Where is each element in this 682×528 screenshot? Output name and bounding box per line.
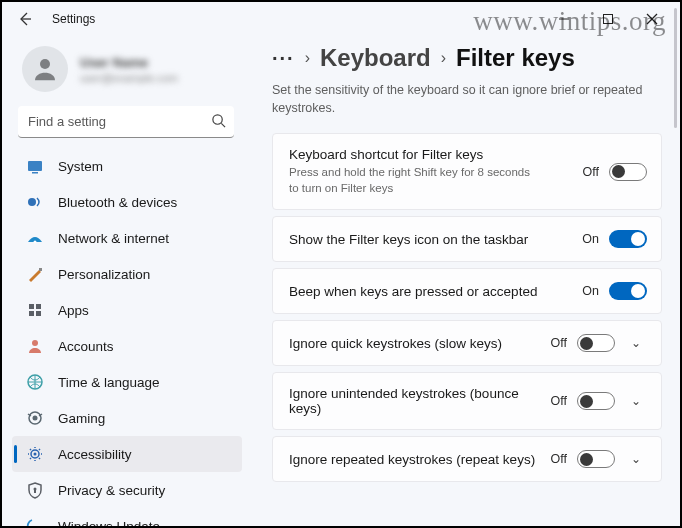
svg-point-21	[34, 453, 37, 456]
user-name: User Name	[80, 55, 178, 70]
toggle-switch[interactable]	[577, 450, 615, 468]
toggle-switch[interactable]	[577, 334, 615, 352]
sidebar-item-accounts[interactable]: Accounts	[12, 328, 242, 364]
sidebar-item-label: Accounts	[58, 339, 114, 354]
close-button[interactable]	[630, 4, 674, 34]
card-right: Off⌄	[551, 334, 647, 352]
toggle-state-label: Off	[551, 336, 567, 350]
svg-rect-12	[29, 304, 34, 309]
nav-icon	[26, 157, 44, 175]
nav-icon	[26, 265, 44, 283]
toggle-state-label: Off	[551, 394, 567, 408]
nav-icon	[26, 409, 44, 427]
chevron-down-icon[interactable]: ⌄	[625, 452, 647, 466]
minimize-button[interactable]	[542, 4, 586, 34]
card-text: Show the Filter keys icon on the taskbar	[289, 232, 572, 247]
sidebar-item-apps[interactable]: Apps	[12, 292, 242, 328]
svg-point-16	[32, 340, 38, 346]
window-title: Settings	[52, 12, 95, 26]
sidebar-item-accessibility[interactable]: Accessibility	[12, 436, 242, 472]
chevron-right-icon: ›	[441, 49, 446, 67]
toggle-switch[interactable]	[609, 282, 647, 300]
sidebar-item-label: Personalization	[58, 267, 150, 282]
sidebar-item-bluetooth-devices[interactable]: Bluetooth & devices	[12, 184, 242, 220]
sidebar-item-label: Privacy & security	[58, 483, 165, 498]
card-text: Ignore unintended keystrokes (bounce key…	[289, 386, 541, 416]
setting-card: Show the Filter keys icon on the taskbar…	[272, 216, 662, 262]
user-email: user@example.com	[80, 72, 178, 84]
setting-card[interactable]: Ignore unintended keystrokes (bounce key…	[272, 372, 662, 430]
svg-point-10	[34, 241, 37, 244]
sidebar-item-label: Network & internet	[58, 231, 169, 246]
toggle-switch[interactable]	[609, 163, 647, 181]
window-controls	[542, 4, 674, 34]
card-text: Beep when keys are pressed or accepted	[289, 284, 572, 299]
avatar	[22, 46, 68, 92]
setting-title: Ignore repeated keystrokes (repeat keys)	[289, 452, 541, 467]
toggle-state-label: On	[582, 284, 599, 298]
search-input[interactable]	[18, 106, 234, 138]
back-button[interactable]	[12, 6, 38, 32]
nav-icon	[26, 481, 44, 499]
chevron-right-icon: ›	[305, 49, 310, 67]
card-right: On	[582, 282, 647, 300]
svg-point-9	[28, 198, 36, 206]
user-profile[interactable]: User Name user@example.com	[12, 40, 244, 104]
setting-title: Beep when keys are pressed or accepted	[289, 284, 572, 299]
nav-icon	[26, 373, 44, 391]
svg-point-5	[213, 115, 222, 124]
sidebar-item-gaming[interactable]: Gaming	[12, 400, 242, 436]
setting-card: Beep when keys are pressed or acceptedOn	[272, 268, 662, 314]
card-text: Ignore repeated keystrokes (repeat keys)	[289, 452, 541, 467]
svg-rect-1	[604, 15, 613, 24]
nav-icon	[26, 337, 44, 355]
minimize-icon	[558, 13, 570, 25]
sidebar-item-time-language[interactable]: Time & language	[12, 364, 242, 400]
chevron-down-icon[interactable]: ⌄	[625, 394, 647, 408]
toggle-state-label: On	[582, 232, 599, 246]
toggle-switch[interactable]	[577, 392, 615, 410]
svg-rect-13	[36, 304, 41, 309]
sidebar-item-personalization[interactable]: Personalization	[12, 256, 242, 292]
maximize-icon	[602, 13, 614, 25]
toggle-switch[interactable]	[609, 230, 647, 248]
nav-icon	[26, 193, 44, 211]
card-text: Keyboard shortcut for Filter keysPress a…	[289, 147, 573, 196]
close-icon	[646, 13, 658, 25]
sidebar-item-system[interactable]: System	[12, 148, 242, 184]
arrow-left-icon	[17, 11, 33, 27]
nav-icon	[26, 301, 44, 319]
breadcrumb-parent[interactable]: Keyboard	[320, 44, 431, 72]
setting-card[interactable]: Ignore repeated keystrokes (repeat keys)…	[272, 436, 662, 482]
toggle-state-label: Off	[583, 165, 599, 179]
svg-rect-8	[32, 172, 38, 174]
nav-icon	[26, 517, 44, 526]
chevron-down-icon[interactable]: ⌄	[625, 336, 647, 350]
setting-subtitle: Press and hold the right Shift key for 8…	[289, 165, 539, 196]
sidebar: User Name user@example.com SystemBluetoo…	[2, 36, 250, 526]
setting-card: Keyboard shortcut for Filter keysPress a…	[272, 133, 662, 210]
svg-line-6	[221, 123, 225, 127]
body: User Name user@example.com SystemBluetoo…	[2, 36, 680, 526]
user-text: User Name user@example.com	[80, 55, 178, 84]
card-right: Off⌄	[551, 392, 647, 410]
breadcrumb-current: Filter keys	[456, 44, 575, 72]
setting-card[interactable]: Ignore quick keystrokes (slow keys)Off⌄	[272, 320, 662, 366]
titlebar: Settings	[2, 2, 680, 36]
sidebar-item-label: Accessibility	[58, 447, 132, 462]
sidebar-item-windows-update[interactable]: Windows Update	[12, 508, 242, 526]
svg-rect-11	[39, 268, 42, 271]
breadcrumb-overflow[interactable]: ···	[272, 47, 295, 70]
svg-rect-7	[28, 161, 42, 171]
sidebar-item-network-internet[interactable]: Network & internet	[12, 220, 242, 256]
breadcrumb: ··· › Keyboard › Filter keys	[272, 44, 662, 72]
sidebar-item-privacy-security[interactable]: Privacy & security	[12, 472, 242, 508]
maximize-button[interactable]	[586, 4, 630, 34]
settings-list: Keyboard shortcut for Filter keysPress a…	[272, 133, 662, 482]
nav-icon	[26, 445, 44, 463]
card-right: On	[582, 230, 647, 248]
nav-icon	[26, 229, 44, 247]
svg-point-19	[33, 416, 38, 421]
search-icon	[211, 113, 226, 131]
setting-title: Keyboard shortcut for Filter keys	[289, 147, 573, 162]
